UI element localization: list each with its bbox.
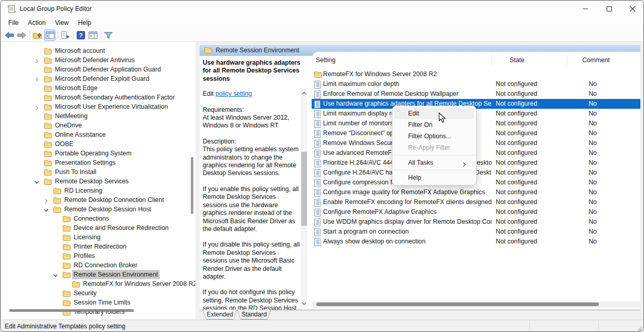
tab-standard[interactable]: Standard [237, 310, 271, 320]
setting-name: Configure image quality for RemoteFX Ada… [323, 187, 492, 197]
tree-item-remote-desktop-session-host[interactable]: Remote Desktop Session Host [1, 205, 195, 214]
folder-icon [44, 132, 52, 138]
export-list-icon[interactable] [60, 30, 71, 41]
tree-item-microsoft-edge[interactable]: Microsoft Edge [1, 83, 195, 93]
settings-row-use-wddm-graphics-display-driver-for-rem[interactable]: Use WDDM graphics display driver for Rem… [312, 217, 640, 227]
column-header-setting[interactable]: Setting [316, 52, 335, 69]
policy-doc-icon [314, 199, 322, 206]
list-horizontal-scrollbar[interactable] [312, 301, 640, 308]
chevron-right-icon[interactable] [34, 76, 40, 82]
tree-item-label: RD Connection Broker [72, 261, 139, 270]
tree-item-netmeeting[interactable]: NetMeeting [1, 111, 195, 121]
tree-item-oobe[interactable]: OOBE [1, 139, 195, 149]
setting-name: Limit maximum color depth [323, 79, 492, 89]
close-button[interactable] [621, 1, 644, 17]
folder-icon [63, 299, 71, 306]
settings-row-limit-maximum-color-depth[interactable]: Limit maximum color depthNot configuredN… [312, 79, 640, 89]
tree-item-microsoft-secondary-authentication-factor[interactable]: Microsoft Secondary Authentication Facto… [1, 93, 195, 102]
maximize-button[interactable] [597, 1, 621, 17]
tree-item-microsoft-account[interactable]: Microsoft account [1, 46, 195, 55]
view-tabstrip: Extended Standard [200, 310, 640, 320]
scroll-thumb[interactable] [301, 152, 307, 226]
tree-item-device-and-resource-redirection[interactable]: Device and Resource Redirection [1, 223, 195, 233]
tree-item-label: Remote Desktop Services [53, 177, 130, 186]
chevron-right-icon[interactable] [44, 197, 50, 203]
tree-item-label: Licensing [72, 233, 102, 242]
chevron-right-icon[interactable] [34, 57, 40, 63]
column-header-state[interactable]: State [510, 52, 524, 69]
tree-item-temporary-folders[interactable]: Temporary folders [1, 307, 195, 316]
tree-horizontal-scrollbar[interactable] [9, 309, 134, 312]
tree-item-microsoft-defender-exploit-guard[interactable]: Microsoft Defender Exploit Guard [1, 74, 195, 83]
tree-item-microsoft-defender-antivirus[interactable]: Microsoft Defender Antivirus [1, 55, 195, 65]
resize-grip[interactable] [636, 325, 642, 331]
pane-splitter[interactable] [195, 42, 200, 320]
tree-item-presentation-settings[interactable]: Presentation Settings [1, 158, 195, 167]
tree-item-portable-operating-system[interactable]: Portable Operating System [1, 149, 195, 158]
settings-row-start-a-program-on-connection[interactable]: Start a program on connectionNot configu… [312, 227, 640, 237]
context-menu-item-filter-on[interactable]: Filter On [395, 119, 474, 131]
tree-item-printer-redirection[interactable]: Printer Redirection [1, 242, 195, 251]
scroll-thumb[interactable] [316, 302, 599, 306]
tree-item-label: OOBE [53, 139, 75, 149]
extended-pane-scrollbar[interactable] [301, 90, 307, 307]
tree-item-remotefx-for-windows-server-2008-r2[interactable]: RemoteFX for Windows Server 2008 R2 [1, 279, 195, 288]
tree-item-remote-desktop-services[interactable]: Remote Desktop Services [1, 177, 195, 186]
settings-row-always-show-desktop-on-connection[interactable]: Always show desktop on connectionNot con… [312, 237, 640, 247]
settings-row-configure-image-quality-for-remotefx-ada[interactable]: Configure image quality for RemoteFX Ada… [312, 187, 640, 197]
context-menu-item-filter-options[interactable]: Filter Options... [395, 131, 474, 142]
chevron-right-icon[interactable] [34, 104, 40, 110]
tree-item-online-assistance[interactable]: Online Assistance [1, 130, 195, 139]
context-menu-item-all-tasks[interactable]: All Tasks [395, 157, 474, 168]
folder-icon [44, 48, 52, 54]
tree-item-microsoft-user-experience-virtualization[interactable]: Microsoft User Experience Virtualization [1, 102, 195, 111]
chevron-down-icon[interactable] [53, 271, 59, 278]
setting-state: Not configured [496, 178, 563, 187]
scroll-up-icon[interactable] [301, 90, 307, 97]
tree-item-label: Microsoft Defender Exploit Guard [53, 74, 151, 83]
tab-extended[interactable]: Extended [203, 310, 237, 320]
help-icon[interactable]: ? [75, 30, 87, 41]
show-action-pane-icon[interactable] [87, 30, 99, 41]
back-icon[interactable] [4, 30, 15, 41]
tree-item-rd-licensing[interactable]: RD Licensing [1, 186, 195, 195]
column-header-comment[interactable]: Comment [582, 52, 610, 69]
chevron-down-icon[interactable] [44, 206, 50, 212]
filter-icon[interactable] [103, 30, 114, 41]
policy-setting-link[interactable]: policy setting [215, 90, 251, 97]
forward-icon[interactable] [16, 30, 27, 41]
tree-item-remote-session-environment[interactable]: Remote Session Environment [1, 270, 195, 279]
context-menu-item-help[interactable]: Help [395, 172, 474, 183]
settings-row-remotefx-for-windows-server-2008-r2[interactable]: RemoteFX for Windows Server 2008 R2 [312, 69, 640, 79]
tree-item-security[interactable]: Security [1, 288, 195, 298]
show-console-tree-icon[interactable] [44, 30, 55, 41]
setting-comment: No [567, 187, 619, 197]
tree-item-profiles[interactable]: Profiles [1, 251, 195, 261]
menu-action[interactable]: Action [23, 18, 50, 27]
settings-row-enforce-removal-of-remote-desktop-wallpa[interactable]: Enforce Removal of Remote Desktop Wallpa… [312, 89, 640, 99]
setting-name: Use WDDM graphics display driver for Rem… [323, 217, 492, 227]
minimize-button[interactable] [573, 1, 597, 17]
tree-item-push-to-install[interactable]: Push To Install [1, 167, 195, 177]
tree-item-session-time-limits[interactable]: Session Time Limits [1, 298, 195, 307]
tree-item-connections[interactable]: Connections [1, 214, 195, 223]
tree-item-licensing[interactable]: Licensing [1, 233, 195, 242]
tree-item-rd-connection-broker[interactable]: RD Connection Broker [1, 261, 195, 270]
toolbar: ? [1, 28, 643, 42]
tree-item-label: Security [72, 288, 98, 298]
chevron-down-icon[interactable] [34, 178, 40, 184]
tree-vertical-scrollbar[interactable] [191, 157, 193, 214]
up-one-level-icon[interactable] [32, 30, 43, 41]
menu-file[interactable]: File [4, 18, 23, 27]
tree-item-microsoft-defender-application-guard[interactable]: Microsoft Defender Application Guard [1, 65, 195, 74]
scroll-down-icon[interactable] [301, 300, 307, 307]
settings-row-enable-remotefx-encoding-for-remotefx-cl[interactable]: Enable RemoteFX encoding for RemoteFX cl… [312, 197, 640, 207]
setting-name: Configure RemoteFX Adaptive Graphics [323, 207, 492, 217]
menu-view[interactable]: View [50, 18, 73, 27]
context-menu-item-edit[interactable]: Edit [395, 108, 474, 119]
policy-doc-icon [314, 219, 322, 226]
tree-item-remote-desktop-connection-client[interactable]: Remote Desktop Connection Client [1, 195, 195, 205]
menu-help[interactable]: Help [73, 18, 95, 27]
settings-row-configure-remotefx-adaptive-graphics[interactable]: Configure RemoteFX Adaptive GraphicsNot … [312, 207, 640, 217]
tree-item-onedrive[interactable]: OneDrive [1, 121, 195, 130]
